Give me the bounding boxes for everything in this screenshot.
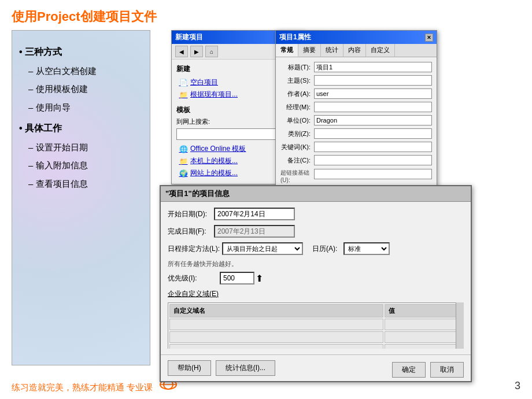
prop-title-bar: 项目1属性 ✕: [276, 31, 437, 44]
search-input[interactable]: [176, 128, 276, 140]
col-header-value: 值: [385, 304, 462, 317]
page-number: 3: [515, 380, 520, 392]
table-cell-value-3: [385, 344, 462, 349]
info-calendar-label: 日历(A):: [312, 244, 341, 254]
info-finish-input[interactable]: [214, 225, 295, 238]
info-schedule-select[interactable]: 从项目开始之日起: [222, 242, 303, 255]
stats-button[interactable]: 统计信息(I)...: [216, 360, 275, 376]
prop-row-subject: 主题(S):: [280, 75, 432, 86]
prop-input-title[interactable]: [314, 62, 432, 72]
prop-row-manager: 经理(M):: [280, 102, 432, 112]
tab-content[interactable]: 内容: [343, 44, 366, 57]
prop-input-org[interactable]: [314, 115, 432, 125]
office-online-icon: 🌐: [179, 145, 188, 154]
prop-input-notes[interactable]: [314, 155, 432, 165]
prop-input-keywords[interactable]: [314, 142, 432, 152]
info-row-finish: 完成日期(F):: [168, 225, 464, 238]
sub-1: – 从空白文档创建: [19, 62, 143, 80]
info-priority-input[interactable]: [220, 272, 254, 285]
url-label: 超链接基础(U):: [280, 169, 309, 183]
table-row-1: [169, 319, 462, 330]
sub-4: – 设置开始日期: [19, 138, 143, 157]
home-btn[interactable]: ⌂: [205, 46, 218, 57]
enterprise-label: 企业自定义域(E): [168, 289, 464, 299]
table-scrollbar[interactable]: [456, 302, 464, 349]
bullet-1: • 三种方式: [19, 42, 143, 62]
info-bottom-left: 帮助(H) 统计信息(I)...: [168, 360, 275, 376]
prop-label-notes: 备注(C):: [280, 156, 311, 165]
table-row-3: [169, 344, 462, 349]
info-finish-label: 完成日期(F):: [168, 227, 214, 237]
info-body: 开始日期(D): 完成日期(F): 日程排定方法(L): 从项目开始之日起: [161, 202, 471, 354]
sub-6: – 查看项目信息: [19, 175, 143, 193]
prop-title-text: 项目1属性: [279, 32, 311, 42]
dialog-project-info: "项目1"的项目信息 开始日期(D): 完成日期(F): 日程排定方法(L): …: [160, 185, 472, 382]
custom-fields-table: 自定义域名 值: [168, 302, 464, 349]
info-row-schedule: 日程排定方法(L): 从项目开始之日起 日历(A): 标准: [168, 242, 464, 255]
prop-input-manager[interactable]: [314, 102, 432, 112]
forward-btn[interactable]: ▶: [190, 46, 203, 57]
info-priority-label: 优先级(I):: [168, 274, 220, 283]
prop-row-org: 单位(O):: [280, 115, 432, 125]
prop-close-btn[interactable]: ✕: [425, 34, 433, 42]
back-btn[interactable]: ◀: [175, 46, 188, 57]
prop-label-manager: 经理(M):: [280, 103, 311, 112]
footer-left-text: 练习造就完美，熟练才能精通 专业课: [12, 382, 153, 392]
url-input[interactable]: [314, 169, 432, 179]
prop-label-category: 类别(Z):: [280, 130, 311, 138]
main-content: • 三种方式 – 从空白文档创建 – 使用模板创建 – 使用向导 • 具体工作 …: [0, 30, 532, 365]
help-button[interactable]: 帮助(H): [168, 360, 211, 376]
sub-5: – 输入附加信息: [19, 156, 143, 175]
footer-text: 练习造就完美，熟练才能精通 专业课: [12, 379, 177, 393]
web-template-icon: 🌍: [179, 169, 188, 178]
prop-label-subject: 主题(S):: [280, 76, 311, 85]
prop-label-org: 单位(O):: [280, 116, 311, 125]
table-cell-name-2: [169, 331, 383, 343]
tab-general[interactable]: 常规: [276, 44, 298, 57]
info-calendar-select[interactable]: 标准: [343, 242, 390, 255]
info-col-calendar: 日历(A): 标准: [312, 242, 390, 255]
blank-project-icon: 📄: [179, 78, 188, 87]
cancel-button[interactable]: 取消: [430, 362, 464, 378]
info-col-schedule: 日程排定方法(L): 从项目开始之日起: [168, 242, 303, 255]
prop-input-category[interactable]: [314, 128, 432, 139]
left-panel: • 三种方式 – 从空白文档创建 – 使用模板创建 – 使用向导 • 具体工作 …: [12, 30, 150, 365]
bullet-2: • 具体工作: [19, 119, 143, 138]
blank-project-label: 空白项目: [190, 77, 218, 87]
info-schedule-label: 日程排定方法(L):: [168, 244, 220, 254]
prop-input-subject[interactable]: [314, 75, 432, 86]
page-title: 使用Project创建项目文件: [12, 8, 520, 25]
prop-tabs: 常规 摘要 统计 内容 自定义: [276, 44, 437, 57]
existing-project-label: 根据现有项目...: [190, 90, 238, 99]
right-area: 新建项目 ▼ ✕ ◀ ▶ ⌂ 新建 📄 空白项目 📁 根据现有项目: [160, 30, 520, 365]
prop-row-category: 类别(Z):: [280, 128, 432, 139]
table-cell-name-3: [169, 344, 383, 349]
tab-custom[interactable]: 自定义: [366, 44, 395, 57]
local-template-label: 本机上的模板...: [190, 156, 238, 166]
new-project-title-text: 新建项目: [175, 32, 203, 42]
info-start-input[interactable]: [214, 208, 295, 220]
custom-fields-table-scroll: 自定义域名 值: [168, 302, 464, 349]
info-row-start: 开始日期(D):: [168, 208, 464, 220]
prop-body: 标题(T): 主题(S): 作者(A): 经理(M): 单位(O):: [276, 57, 437, 197]
prop-row-keywords: 关键词(K):: [280, 142, 432, 152]
tab-summary[interactable]: 摘要: [298, 44, 321, 57]
prop-label-keywords: 关键词(K):: [280, 143, 311, 152]
prop-row-author: 作者(A):: [280, 88, 432, 99]
table-row-2: [169, 331, 462, 343]
prop-row-notes: 备注(C):: [280, 155, 432, 165]
ok-button[interactable]: 确定: [392, 362, 426, 378]
sub-2: – 使用模板创建: [19, 80, 143, 98]
priority-spinner[interactable]: ⬆: [256, 273, 263, 284]
sub-3: – 使用向导: [19, 98, 143, 117]
prop-label-title: 标题(T):: [280, 63, 311, 72]
prop-input-author[interactable]: [314, 88, 432, 99]
page-header: 使用Project创建项目文件: [0, 0, 532, 30]
tab-stats[interactable]: 统计: [321, 44, 343, 57]
existing-project-icon: 📁: [179, 90, 188, 99]
table-cell-name-1: [169, 319, 383, 330]
info-bottom: 帮助(H) 统计信息(I)... 确定 取消: [161, 354, 471, 381]
dialog-properties: 项目1属性 ✕ 常规 摘要 统计 内容 自定义 标题(T): 主题(S):: [275, 30, 437, 198]
info-title-bar: "项目1"的项目信息: [161, 186, 471, 202]
table-cell-value-2: [385, 331, 462, 343]
